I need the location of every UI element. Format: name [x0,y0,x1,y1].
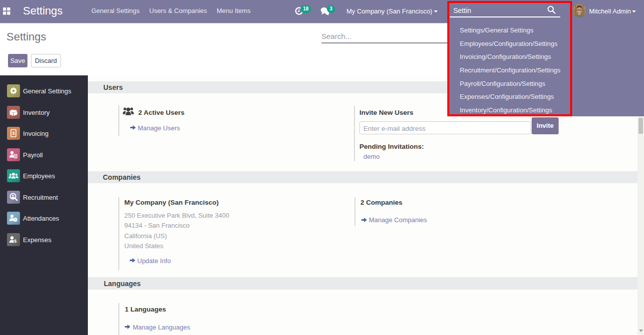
svg-text:$: $ [14,239,16,244]
svg-text:$: $ [12,131,15,136]
svg-text:$: $ [15,155,16,158]
